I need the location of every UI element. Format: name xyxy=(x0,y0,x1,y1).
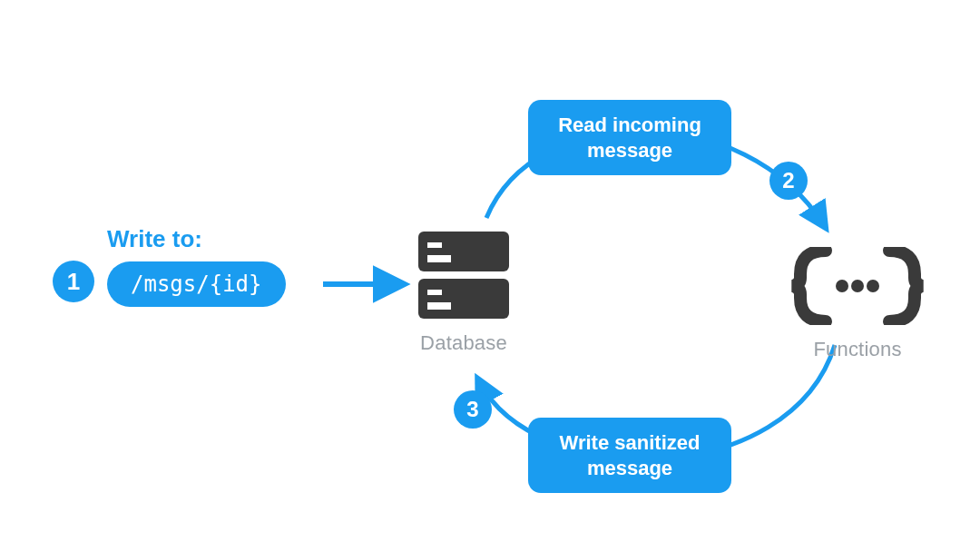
svg-point-6 xyxy=(836,280,848,292)
functions-label: Functions xyxy=(789,338,926,361)
functions-icon xyxy=(789,247,926,325)
svg-rect-3 xyxy=(418,279,509,319)
step-box-sanitize: Write sanitizedmessage xyxy=(528,418,731,493)
database-label: Database xyxy=(413,331,514,355)
svg-rect-1 xyxy=(427,242,442,248)
database-icon xyxy=(415,232,513,322)
svg-rect-5 xyxy=(427,302,451,310)
svg-rect-0 xyxy=(418,232,509,271)
svg-rect-2 xyxy=(427,255,451,262)
svg-point-8 xyxy=(867,280,879,292)
write-to-label: Write to: xyxy=(107,225,202,253)
svg-point-7 xyxy=(851,280,864,292)
svg-rect-4 xyxy=(427,290,442,295)
path-pill: /msgs/{id} xyxy=(107,261,286,307)
step-badge-3: 3 xyxy=(454,390,492,429)
step-badge-1: 1 xyxy=(53,261,94,302)
step-box-read: Read incomingmessage xyxy=(528,100,731,175)
functions-block: Functions xyxy=(789,247,926,361)
diagram-canvas: 1 2 3 Write to: /msgs/{id} Read incoming… xyxy=(0,0,980,552)
database-block: Database xyxy=(413,232,514,355)
step-badge-2: 2 xyxy=(769,162,808,200)
